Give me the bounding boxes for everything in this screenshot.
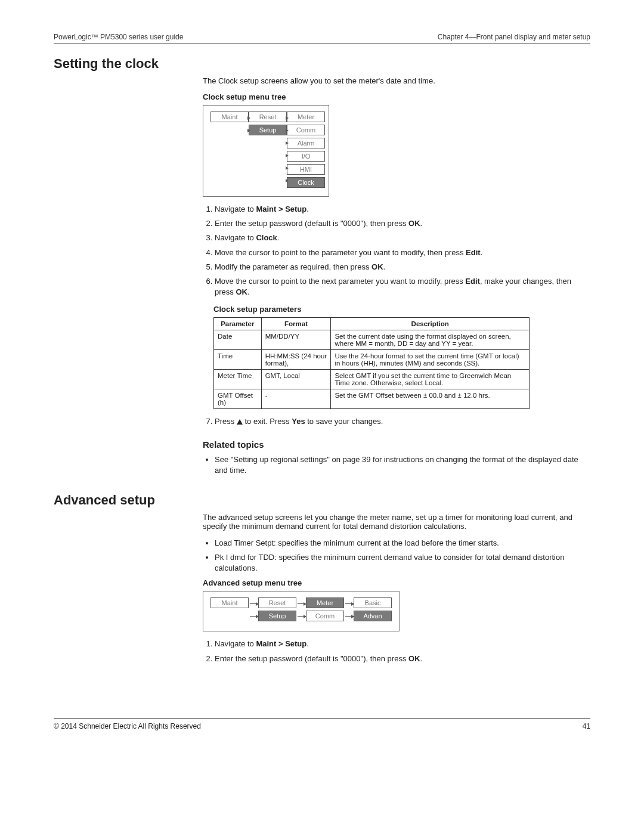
- table-cell: -: [261, 389, 331, 409]
- menu-node: Comm: [287, 125, 325, 135]
- related-topics-heading: Related topics: [203, 439, 590, 450]
- menu-node: Reset: [258, 597, 296, 608]
- setting-clock-heading: Setting the clock: [54, 56, 590, 72]
- table-header-cell: Parameter: [214, 318, 262, 330]
- clock-params-table: ParameterFormatDescription DateMM/DD/YYS…: [213, 317, 530, 409]
- list-item: Pk I dmd for TDD: specifies the minimum …: [215, 552, 590, 574]
- advanced-setup-heading: Advanced setup: [54, 493, 590, 508]
- menu-node: Maint: [210, 597, 249, 608]
- menu-node: Alarm: [287, 138, 325, 148]
- table-cell: GMT Offset (h): [214, 389, 262, 409]
- table-cell: GMT, Local: [261, 370, 331, 389]
- table-cell: Meter Time: [214, 370, 262, 389]
- advanced-bullets: Load Timer Setpt: specifies the minimum …: [203, 538, 590, 574]
- advanced-steps: Navigate to Maint > Setup.Enter the setu…: [203, 639, 590, 664]
- menu-node: Reset: [249, 112, 287, 122]
- clock-params-title: Clock setup parameters: [213, 305, 590, 314]
- table-cell: Set the current date using the format di…: [331, 330, 530, 350]
- table-header-cell: Format: [261, 318, 331, 330]
- table-cell: HH:MM:SS (24 hour format),: [261, 350, 331, 370]
- header-left: PowerLogic™ PM5300 series user guide: [54, 33, 183, 41]
- list-item: Navigate to Maint > Setup.: [215, 204, 590, 215]
- up-triangle-icon: [237, 419, 243, 425]
- advanced-intro: The advanced setup screens let you chang…: [203, 513, 590, 531]
- page-header: PowerLogic™ PM5300 series user guide Cha…: [54, 33, 590, 44]
- table-cell: Time: [214, 350, 262, 370]
- table-header-row: ParameterFormatDescription: [214, 318, 530, 330]
- menu-node: Meter: [306, 597, 344, 608]
- page-footer: © 2014 Schneider Electric All Rights Res…: [54, 718, 590, 730]
- menu-node: Meter: [287, 112, 325, 122]
- related-topic-item: See "Setting up regional settings" on pa…: [215, 454, 590, 476]
- menu-node: Clock: [287, 177, 325, 188]
- header-right: Chapter 4—Front panel display and meter …: [438, 33, 590, 41]
- menu-node: HMI: [287, 164, 325, 175]
- clock-step-7: Press to exit. Press Yes to save your ch…: [215, 416, 590, 427]
- advanced-tree-title: Advanced setup menu tree: [203, 578, 590, 587]
- list-item: Navigate to Clock.: [215, 233, 590, 243]
- list-item: Enter the setup password (default is "00…: [215, 218, 590, 229]
- table-body: DateMM/DD/YYSet the current date using t…: [214, 330, 530, 409]
- table-cell: Date: [214, 330, 262, 350]
- menu-node: Advan: [354, 611, 392, 621]
- menu-node: I/O: [287, 151, 325, 162]
- menu-node: Maint: [210, 112, 249, 122]
- advanced-menu-tree: MaintResetSetupMeterCommBasicAdvan: [203, 591, 400, 631]
- footer-right: 41: [583, 722, 590, 730]
- table-cell: Use the 24-hour format to set the curren…: [331, 350, 530, 370]
- table-row: GMT Offset (h)-Set the GMT Offset betwee…: [214, 389, 530, 409]
- table-row: TimeHH:MM:SS (24 hour format),Use the 24…: [214, 350, 530, 370]
- menu-node: Basic: [354, 597, 392, 608]
- footer-left: © 2014 Schneider Electric All Rights Res…: [54, 722, 201, 730]
- list-item: Navigate to Maint > Setup.: [215, 639, 590, 649]
- menu-node: Setup: [258, 611, 296, 621]
- list-item: Move the cursor to point to the paramete…: [215, 247, 590, 258]
- table-row: DateMM/DD/YYSet the current date using t…: [214, 330, 530, 350]
- page: PowerLogic™ PM5300 series user guide Cha…: [0, 0, 644, 754]
- section1-body: The Clock setup screens allow you to set…: [203, 76, 590, 476]
- clock-menu-tree: MaintResetSetupMeterCommAlarmI/OHMIClock: [203, 105, 329, 197]
- related-topics-list: See "Setting up regional settings" on pa…: [203, 454, 590, 476]
- list-item: Move the cursor to point to the next par…: [215, 276, 590, 298]
- clock-steps: Navigate to Maint > Setup.Enter the setu…: [203, 204, 590, 298]
- table-header-cell: Description: [331, 318, 530, 330]
- clock-tree-title: Clock setup menu tree: [203, 92, 590, 101]
- list-item: Modify the parameter as required, then p…: [215, 262, 590, 272]
- table-cell: Set the GMT Offset between ± 00.0 and ± …: [331, 389, 530, 409]
- table-cell: Select GMT if you set the current time t…: [331, 370, 530, 389]
- list-item: Load Timer Setpt: specifies the minimum …: [215, 538, 590, 549]
- clock-intro: The Clock setup screens allow you to set…: [203, 76, 590, 85]
- menu-node: Setup: [249, 125, 287, 135]
- menu-node: Comm: [306, 611, 344, 621]
- table-row: Meter TimeGMT, LocalSelect GMT if you se…: [214, 370, 530, 389]
- section2-body: The advanced setup screens let you chang…: [203, 513, 590, 664]
- clock-step7-list: Press to exit. Press Yes to save your ch…: [203, 416, 590, 427]
- table-cell: MM/DD/YY: [261, 330, 331, 350]
- list-item: Enter the setup password (default is "00…: [215, 654, 590, 664]
